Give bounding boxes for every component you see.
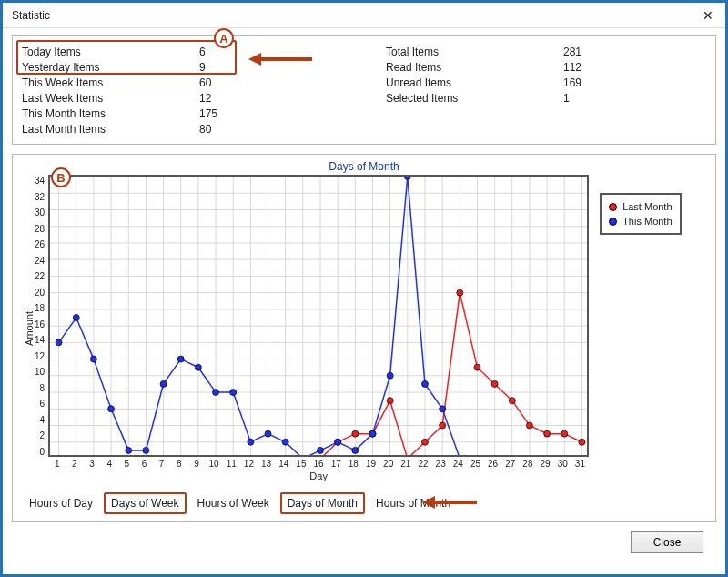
svg-point-74 bbox=[457, 289, 463, 296]
stat-row: Total Items281 bbox=[386, 44, 706, 59]
svg-point-73 bbox=[440, 422, 446, 429]
svg-point-77 bbox=[509, 398, 515, 404]
svg-point-81 bbox=[579, 439, 585, 445]
stat-value: 281 bbox=[563, 46, 604, 58]
svg-point-90 bbox=[195, 364, 201, 370]
svg-point-65 bbox=[299, 456, 306, 458]
svg-point-63 bbox=[265, 456, 271, 458]
svg-point-92 bbox=[230, 390, 237, 396]
x-axis-ticks: 1234567891011121314151617181920212223242… bbox=[48, 457, 589, 469]
svg-point-107 bbox=[491, 456, 498, 458]
svg-point-61 bbox=[230, 456, 237, 458]
svg-point-85 bbox=[108, 406, 115, 412]
y-axis-ticks: 3432302826242220181614121086420 bbox=[35, 175, 48, 457]
stat-row: Unread Items169 bbox=[386, 75, 706, 90]
svg-point-58 bbox=[177, 456, 184, 458]
stat-value: 1 bbox=[563, 92, 604, 105]
svg-point-64 bbox=[282, 456, 288, 458]
stat-value: 60 bbox=[199, 76, 240, 89]
svg-point-112 bbox=[579, 456, 585, 458]
y-axis-label: Amount bbox=[22, 311, 35, 346]
svg-point-79 bbox=[544, 430, 551, 437]
legend-item-this-month: This Month bbox=[609, 214, 672, 228]
svg-point-86 bbox=[126, 447, 132, 453]
svg-point-104 bbox=[440, 406, 446, 412]
stat-value: 169 bbox=[563, 76, 604, 89]
window-title: Statistic bbox=[12, 9, 50, 22]
svg-point-94 bbox=[265, 430, 271, 437]
stat-label: Read Items bbox=[386, 61, 563, 74]
stat-row: Last Week Items12 bbox=[22, 90, 386, 106]
chart-plot-area bbox=[48, 175, 589, 457]
tab-hours-of-week[interactable]: Hours of Week bbox=[190, 492, 277, 514]
stat-label: This Week Items bbox=[22, 76, 199, 89]
svg-point-93 bbox=[248, 439, 254, 445]
chart-title: Days of Month bbox=[22, 160, 706, 173]
svg-point-62 bbox=[248, 456, 254, 458]
tab-days-of-week[interactable]: Days of Week bbox=[104, 492, 186, 514]
chart-legend: Last Month This Month bbox=[600, 193, 681, 235]
stat-row: Selected Items1 bbox=[386, 90, 706, 106]
svg-point-70 bbox=[387, 398, 393, 404]
svg-point-54 bbox=[108, 456, 115, 458]
close-button[interactable]: Close bbox=[631, 531, 703, 553]
svg-point-109 bbox=[527, 456, 533, 458]
legend-item-last-month: Last Month bbox=[609, 199, 672, 214]
svg-point-103 bbox=[422, 380, 429, 387]
tab-days-of-month[interactable]: Days of Month bbox=[280, 492, 365, 514]
stat-row: Today Items6 bbox=[22, 44, 386, 59]
svg-point-71 bbox=[404, 456, 410, 458]
svg-point-51 bbox=[56, 456, 62, 458]
close-icon[interactable]: ✕ bbox=[698, 8, 718, 23]
svg-point-89 bbox=[177, 356, 184, 362]
svg-point-111 bbox=[561, 456, 568, 458]
svg-point-98 bbox=[335, 439, 341, 445]
svg-point-110 bbox=[544, 456, 551, 458]
svg-point-91 bbox=[213, 390, 219, 396]
svg-point-106 bbox=[474, 456, 480, 458]
chart-tabs: Hours of DayDays of WeekHours of WeekDay… bbox=[22, 492, 706, 514]
x-axis-label: Day bbox=[48, 471, 589, 481]
svg-point-95 bbox=[282, 439, 288, 445]
svg-point-66 bbox=[318, 456, 324, 458]
svg-point-87 bbox=[143, 447, 149, 453]
stat-row: This Month Items175 bbox=[22, 106, 386, 121]
chart-panel: Days of Month B Amount 34323028262422201… bbox=[12, 154, 716, 522]
svg-point-83 bbox=[73, 315, 79, 321]
svg-point-97 bbox=[318, 447, 324, 453]
svg-point-56 bbox=[143, 456, 149, 458]
svg-point-100 bbox=[369, 430, 376, 437]
svg-point-75 bbox=[474, 364, 480, 370]
svg-point-99 bbox=[352, 447, 359, 453]
svg-point-80 bbox=[561, 430, 568, 437]
stat-value: 175 bbox=[199, 107, 240, 120]
stat-label: Yesterday Items bbox=[22, 61, 199, 74]
stat-value: 12 bbox=[199, 92, 240, 105]
stat-row: Yesterday Items9 bbox=[22, 59, 386, 75]
svg-point-102 bbox=[404, 177, 410, 180]
tab-hours-of-month[interactable]: Hours of Month bbox=[369, 492, 458, 514]
svg-point-59 bbox=[195, 456, 201, 458]
stats-panel: Today Items6Yesterday Items9This Week It… bbox=[12, 35, 716, 145]
svg-point-68 bbox=[352, 430, 359, 437]
titlebar: Statistic ✕ bbox=[3, 3, 725, 28]
legend-dot-icon bbox=[609, 203, 617, 211]
stat-label: Last Month Items bbox=[22, 123, 199, 136]
svg-point-105 bbox=[457, 456, 463, 458]
stat-label: This Month Items bbox=[22, 107, 199, 120]
stat-row: This Week Items60 bbox=[22, 75, 386, 90]
svg-point-101 bbox=[387, 372, 393, 379]
stat-value: 6 bbox=[199, 46, 240, 58]
svg-point-84 bbox=[91, 356, 97, 362]
stat-row: Last Month Items80 bbox=[22, 121, 386, 137]
svg-point-52 bbox=[73, 456, 79, 458]
svg-point-108 bbox=[509, 456, 515, 458]
stat-row: Read Items112 bbox=[386, 59, 706, 75]
stat-label: Total Items bbox=[386, 46, 563, 58]
tab-hours-of-day[interactable]: Hours of Day bbox=[22, 492, 100, 514]
svg-point-72 bbox=[422, 439, 429, 445]
stat-value: 112 bbox=[563, 61, 604, 74]
svg-point-53 bbox=[91, 456, 97, 458]
stat-value: 80 bbox=[199, 123, 240, 136]
svg-point-55 bbox=[126, 456, 132, 458]
